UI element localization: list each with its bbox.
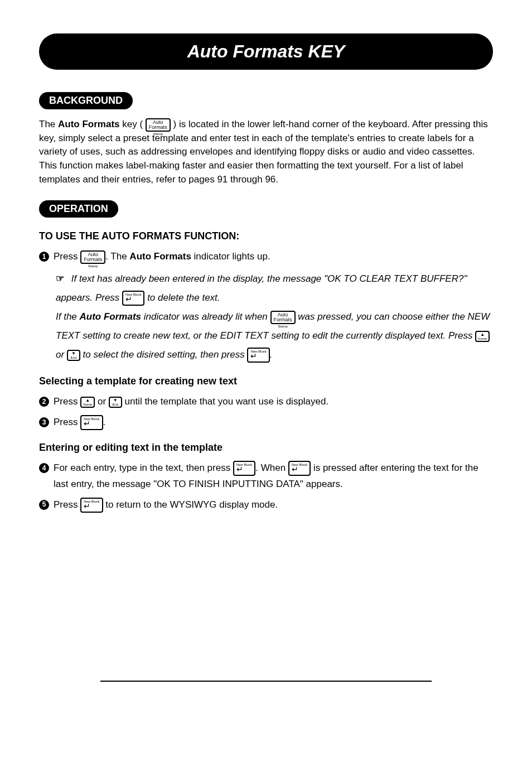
step2-text-c: until the template that you want use is … (122, 396, 328, 407)
step3-text-a: Press (54, 417, 80, 427)
new-block-enter-key-icon: New Block↵ (122, 291, 144, 306)
step4-text-b: . When (255, 462, 288, 473)
bg-autoformats-bold: Auto Formats (58, 119, 120, 129)
subsection-entering-editing: Entering or editing text in the template (39, 442, 493, 454)
new-block-enter-key-icon: New Block↵ (233, 461, 255, 476)
step2-text-b: or (95, 396, 109, 407)
subsection-selecting-template: Selecting a template for creating new te… (39, 375, 493, 387)
background-section-label: BACKGROUND (39, 92, 133, 109)
note2-bold: Auto Formats (80, 311, 142, 322)
note2-text-f: . (270, 349, 273, 360)
step5-text-a: Press (54, 499, 80, 510)
step-1: 1 Press AutoFormats. The Auto Formats in… (39, 249, 493, 265)
bg-text-2: key ( (120, 119, 146, 129)
note1-text-b: to delete the text. (147, 292, 220, 303)
step-2: 2 Press ▲Home or ▼End until the template… (39, 394, 493, 410)
step-number-2-icon: 2 (39, 397, 49, 407)
page-title: Auto Formats KEY (39, 33, 493, 70)
auto-formats-key-icon: AutoFormats (146, 118, 171, 132)
step-number-5-icon: 5 (39, 500, 49, 510)
step-number-4-icon: 4 (39, 463, 49, 473)
step1-text-c: indicator lights up. (191, 251, 270, 262)
home-up-key-icon: ▲Home (475, 331, 490, 342)
step-3: 3 Press New Block↵. (39, 414, 493, 431)
step1-text-b: . The (105, 251, 129, 262)
step-number-1-icon: 1 (39, 252, 49, 262)
new-block-enter-key-icon: New Block↵ (80, 415, 103, 430)
step2-text-a: Press (54, 396, 80, 407)
note2-text-b: indicator was already lit when (141, 311, 270, 322)
end-down-key-icon: ▼End (67, 350, 80, 361)
new-block-enter-key-icon: New Block↵ (288, 461, 311, 476)
operation-section-label: OPERATION (39, 200, 118, 218)
footer-divider (100, 681, 432, 682)
bg-text-1: The (39, 119, 58, 129)
note2-text-e: to select the disired setting, then pres… (80, 349, 248, 360)
step-5: 5 Press New Block↵ to return to the WYSI… (39, 497, 493, 513)
note2-text-a: If the (56, 311, 80, 322)
note-block: ☞ If text has already been entered in th… (56, 269, 493, 364)
note2-text-d: or (56, 349, 67, 360)
step3-text-b: . (103, 417, 106, 427)
operation-heading: TO USE THE AUTO FORMATS FUNCTION: (39, 230, 493, 242)
step4-text-a: For each entry, type in the text, then p… (54, 462, 233, 473)
step-number-3-icon: 3 (39, 417, 49, 427)
note1-text-a: If text has already been entered in the … (56, 273, 467, 303)
step5-text-b: to return to the WYSIWYG display mode. (103, 499, 278, 510)
auto-formats-key-icon: AutoFormats (80, 250, 105, 264)
pointing-hand-icon: ☞ (56, 273, 64, 284)
auto-formats-key-icon: AutoFormats (270, 311, 296, 324)
new-block-enter-key-icon: New Block↵ (247, 348, 269, 363)
step-4: 4 For each entry, type in the text, then… (39, 460, 493, 493)
background-text: The Auto Formats key ( AutoFormats ) is … (39, 118, 493, 186)
step1-bold: Auto Formats (129, 251, 191, 262)
new-block-enter-key-icon: New Block↵ (80, 498, 103, 513)
home-up-key-icon: ▲Home (80, 397, 95, 408)
end-down-key-icon: ▼End (109, 397, 122, 408)
step1-text-a: Press (54, 251, 80, 262)
